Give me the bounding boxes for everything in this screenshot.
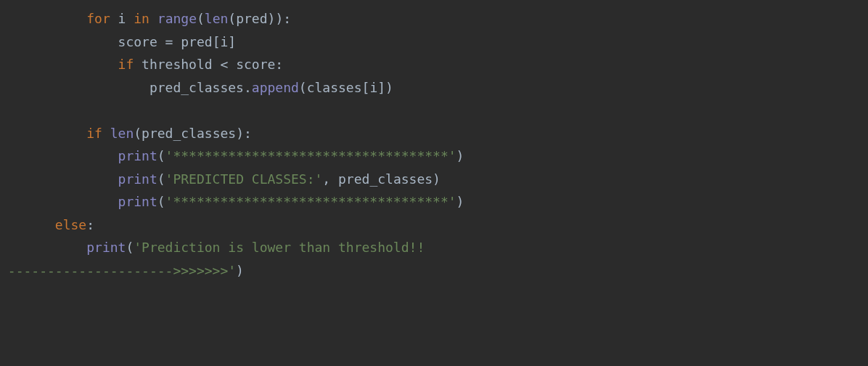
variable-i: i — [220, 34, 228, 49]
code-line: print('PREDICTED CLASSES:', pred_classes… — [0, 171, 441, 187]
code-line: score = pred[i] — [0, 34, 236, 49]
code-block: for i in range(len(pred)): score = pred[… — [0, 0, 868, 282]
paren: ( — [228, 11, 236, 26]
builtin-len: len — [205, 11, 229, 26]
comma: , — [322, 171, 338, 187]
variable-classes: classes — [307, 80, 362, 95]
keyword-in: in — [134, 11, 150, 26]
colon: : — [86, 217, 94, 232]
paren: ( — [157, 194, 165, 209]
paren: ) — [456, 148, 464, 163]
code-line: print('Prediction is lower than threshol… — [0, 240, 425, 255]
string-literal: 'Prediction is lower than threshold!! — [134, 240, 425, 255]
paren: ( — [126, 240, 134, 255]
equals: = — [157, 34, 181, 49]
paren: ) — [433, 171, 441, 187]
keyword-else: else — [55, 217, 86, 232]
variable-score: score — [118, 34, 157, 49]
code-line: for i in range(len(pred)): — [0, 11, 291, 26]
code-line: if len(pred_classes): — [0, 126, 252, 141]
bracket: [ — [213, 34, 221, 49]
builtin-print: print — [118, 171, 157, 187]
string-literal: '***********************************' — [165, 148, 456, 163]
colon: : — [244, 126, 252, 141]
builtin-print: print — [86, 240, 126, 255]
code-line: else: — [0, 217, 94, 232]
less-than: < — [213, 57, 237, 72]
code-line: print('*********************************… — [0, 148, 464, 163]
code-line: if threshold < score: — [0, 57, 283, 72]
paren: ) — [456, 194, 464, 209]
builtin-print: print — [118, 148, 157, 163]
builtin-len: len — [110, 126, 134, 141]
paren: )) — [268, 11, 284, 26]
bracket: [ — [362, 80, 370, 95]
variable-pred: pred — [181, 34, 212, 49]
keyword-if: if — [118, 57, 134, 72]
paren: ( — [134, 126, 142, 141]
dot: . — [244, 80, 252, 95]
variable-i: i — [369, 80, 377, 95]
paren: ) — [236, 126, 244, 141]
bracket: ] — [377, 80, 385, 95]
code-line: pred_classes.append(classes[i]) — [0, 80, 393, 95]
colon: : — [283, 11, 291, 26]
code-line-blank — [0, 102, 8, 118]
variable-pred: pred — [236, 11, 267, 26]
variable-pred-classes: pred_classes — [142, 126, 236, 141]
code-line: --------------------->>>>>>>') — [0, 263, 244, 278]
method-append: append — [252, 80, 299, 95]
variable-i: i — [118, 11, 126, 26]
builtin-range: range — [157, 11, 197, 26]
builtin-print: print — [118, 194, 157, 209]
colon: : — [275, 57, 283, 72]
variable-threshold: threshold — [142, 57, 213, 72]
code-line: print('*********************************… — [0, 194, 464, 209]
bracket: ] — [228, 34, 236, 49]
string-literal-continuation: --------------------->>>>>>>' — [0, 263, 236, 278]
variable-pred-classes: pred_classes — [338, 171, 433, 187]
paren: ( — [157, 148, 165, 163]
paren: ) — [385, 80, 393, 95]
keyword-for: for — [86, 11, 110, 26]
string-literal: '***********************************' — [165, 194, 456, 209]
paren: ( — [197, 11, 205, 26]
variable-score: score — [236, 57, 275, 72]
paren: ( — [157, 171, 165, 187]
variable-pred-classes: pred_classes — [150, 80, 244, 95]
keyword-if: if — [86, 126, 102, 141]
paren: ) — [236, 263, 244, 278]
paren: ( — [299, 80, 307, 95]
string-literal: 'PREDICTED CLASSES:' — [165, 171, 323, 187]
